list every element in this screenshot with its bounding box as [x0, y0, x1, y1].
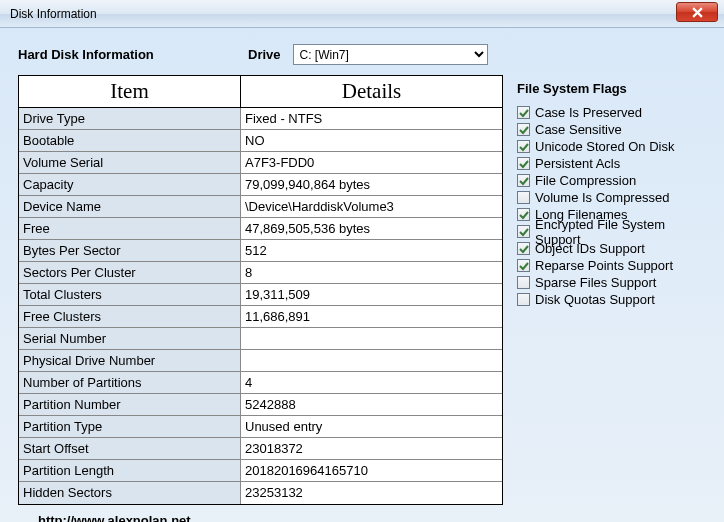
close-icon: [692, 7, 703, 18]
cell-item: Total Clusters: [19, 284, 241, 305]
check-icon: [519, 227, 529, 237]
drive-label: Drive: [248, 47, 281, 62]
flag-row: Case Is Preserved: [513, 104, 706, 121]
check-icon: [519, 176, 529, 186]
window-title: Disk Information: [10, 7, 97, 21]
titlebar: Disk Information: [0, 0, 724, 28]
cell-details: 512: [241, 240, 502, 261]
flag-label: Case Is Preserved: [535, 105, 642, 120]
flag-row: File Compression: [513, 172, 706, 189]
cell-item: Partition Number: [19, 394, 241, 415]
header-row: Hard Disk Information Drive C: [Win7]: [18, 44, 706, 65]
cell-details: 23253132: [241, 482, 502, 504]
content-area: Hard Disk Information Drive C: [Win7] It…: [0, 28, 724, 522]
flag-checkbox[interactable]: [517, 276, 530, 289]
cell-item: Hidden Sectors: [19, 482, 241, 504]
table-row: Partition Length20182016964165710: [19, 460, 502, 482]
table-row: Bytes Per Sector512: [19, 240, 502, 262]
flag-row: Disk Quotas Support: [513, 291, 706, 308]
table-row: Volume SerialA7F3-FDD0: [19, 152, 502, 174]
cell-details: 8: [241, 262, 502, 283]
table-row: Physical Drive Number: [19, 350, 502, 372]
cell-details: Fixed - NTFS: [241, 108, 502, 129]
table-row: Free47,869,505,536 bytes: [19, 218, 502, 240]
cell-item: Device Name: [19, 196, 241, 217]
flag-checkbox[interactable]: [517, 174, 530, 187]
table-row: Partition TypeUnused entry: [19, 416, 502, 438]
flags-title: File System Flags: [513, 81, 706, 96]
footer-link[interactable]: http://www.alexnolan.net: [18, 513, 191, 522]
flag-checkbox[interactable]: [517, 242, 530, 255]
flag-label: Reparse Points Support: [535, 258, 673, 273]
cell-details: 5242888: [241, 394, 502, 415]
cell-details: 79,099,940,864 bytes: [241, 174, 502, 195]
table-row: Serial Number: [19, 328, 502, 350]
flag-label: Unicode Stored On Disk: [535, 139, 674, 154]
flag-row: Reparse Points Support: [513, 257, 706, 274]
flag-row: Persistent Acls: [513, 155, 706, 172]
flag-checkbox[interactable]: [517, 208, 530, 221]
flag-checkbox[interactable]: [517, 123, 530, 136]
cell-details: 47,869,505,536 bytes: [241, 218, 502, 239]
disk-info-table: Item Details Drive TypeFixed - NTFSBoota…: [18, 75, 503, 505]
flag-label: Case Sensitive: [535, 122, 622, 137]
cell-details: [241, 350, 502, 371]
flag-row: Encrypted File System Support: [513, 223, 706, 240]
table-row: Drive TypeFixed - NTFS: [19, 108, 502, 130]
cell-item: Bytes Per Sector: [19, 240, 241, 261]
table-header: Item Details: [19, 76, 502, 108]
flag-row: Sparse Files Support: [513, 274, 706, 291]
flag-label: Persistent Acls: [535, 156, 620, 171]
cell-details: A7F3-FDD0: [241, 152, 502, 173]
check-icon: [519, 210, 529, 220]
table-row: Total Clusters19,311,509: [19, 284, 502, 306]
cell-item: Drive Type: [19, 108, 241, 129]
cell-item: Sectors Per Cluster: [19, 262, 241, 283]
flag-checkbox[interactable]: [517, 259, 530, 272]
table-row: Hidden Sectors23253132: [19, 482, 502, 504]
cell-item: Serial Number: [19, 328, 241, 349]
cell-details: Unused entry: [241, 416, 502, 437]
hard-disk-info-label: Hard Disk Information: [18, 47, 248, 62]
check-icon: [519, 125, 529, 135]
cell-item: Start Offset: [19, 438, 241, 459]
cell-item: Bootable: [19, 130, 241, 151]
flag-label: Volume Is Compressed: [535, 190, 669, 205]
flag-checkbox[interactable]: [517, 140, 530, 153]
table-row: Partition Number5242888: [19, 394, 502, 416]
close-button[interactable]: [676, 2, 718, 22]
flag-checkbox[interactable]: [517, 191, 530, 204]
cell-item: Physical Drive Number: [19, 350, 241, 371]
flag-label: File Compression: [535, 173, 636, 188]
drive-select[interactable]: C: [Win7]: [293, 44, 488, 65]
col-header-details: Details: [241, 76, 502, 107]
check-icon: [519, 261, 529, 271]
cell-item: Volume Serial: [19, 152, 241, 173]
flag-label: Disk Quotas Support: [535, 292, 655, 307]
flag-checkbox[interactable]: [517, 225, 530, 238]
cell-details: 20182016964165710: [241, 460, 502, 481]
flag-row: Volume Is Compressed: [513, 189, 706, 206]
check-icon: [519, 142, 529, 152]
flag-checkbox[interactable]: [517, 293, 530, 306]
table-row: Sectors Per Cluster8: [19, 262, 502, 284]
flag-row: Unicode Stored On Disk: [513, 138, 706, 155]
cell-item: Number of Partitions: [19, 372, 241, 393]
cell-item: Partition Type: [19, 416, 241, 437]
table-row: Device Name\Device\HarddiskVolume3: [19, 196, 502, 218]
flag-label: Sparse Files Support: [535, 275, 656, 290]
cell-details: \Device\HarddiskVolume3: [241, 196, 502, 217]
table-row: Capacity79,099,940,864 bytes: [19, 174, 502, 196]
cell-item: Free: [19, 218, 241, 239]
flag-checkbox[interactable]: [517, 106, 530, 119]
cell-details: NO: [241, 130, 502, 151]
table-row: Free Clusters11,686,891: [19, 306, 502, 328]
flag-checkbox[interactable]: [517, 157, 530, 170]
check-icon: [519, 108, 529, 118]
cell-details: 23018372: [241, 438, 502, 459]
check-icon: [519, 244, 529, 254]
table-row: BootableNO: [19, 130, 502, 152]
table-row: Start Offset23018372: [19, 438, 502, 460]
cell-details: 11,686,891: [241, 306, 502, 327]
col-header-item: Item: [19, 76, 241, 107]
